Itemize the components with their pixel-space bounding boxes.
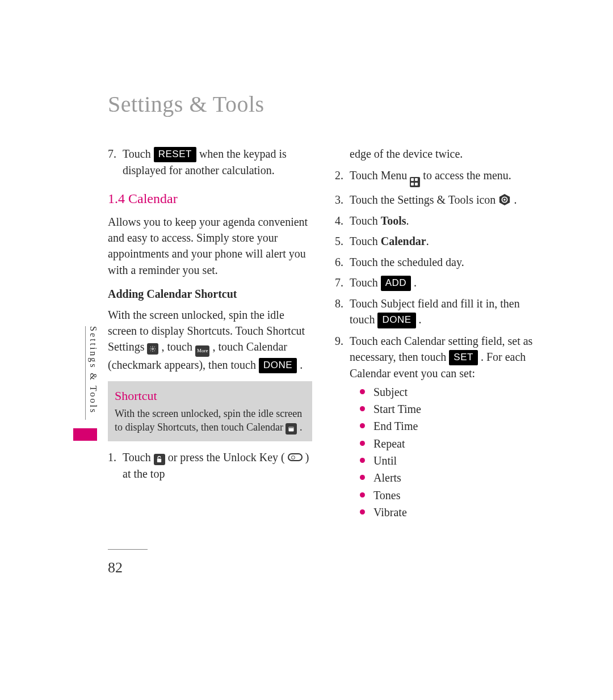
manual-page: Settings & Tools Settings & Tools 7. Tou… bbox=[0, 0, 613, 700]
text: With the screen unlocked, spin the idle … bbox=[115, 408, 302, 433]
svg-point-6 bbox=[504, 199, 506, 201]
step-number: 2. bbox=[335, 167, 350, 187]
adding-shortcut-body: With the screen unlocked, spin the idle … bbox=[108, 307, 312, 373]
step-number: 8. bbox=[335, 296, 350, 328]
text: Touch Menu bbox=[350, 169, 410, 182]
step-number: 9. bbox=[335, 333, 350, 522]
calendar-intro: Allows you to keep your agenda convenien… bbox=[108, 214, 312, 279]
list-item: Vibrate bbox=[360, 504, 539, 520]
shortcut-callout: Shortcut With the screen unlocked, spin … bbox=[108, 381, 312, 442]
text: , touch bbox=[161, 340, 195, 353]
text: . bbox=[419, 313, 422, 326]
bold-tools: Tools bbox=[381, 214, 406, 227]
text: Touch the scheduled day. bbox=[350, 254, 539, 270]
step-4-tools: 4. Touch Tools. bbox=[335, 213, 539, 229]
add-button-label: ADD bbox=[381, 276, 411, 291]
list-item: End Time bbox=[360, 418, 539, 434]
done-button-label: DONE bbox=[377, 313, 415, 328]
done-button-label: DONE bbox=[259, 358, 297, 373]
text: Touch bbox=[350, 276, 381, 289]
set-button-label: SET bbox=[449, 350, 478, 365]
text: . bbox=[514, 193, 517, 206]
step-8-subject: 8. Touch Subject field and fill it in, t… bbox=[335, 296, 539, 328]
list-item: Until bbox=[360, 453, 539, 469]
list-item: Repeat bbox=[360, 436, 539, 452]
text: or press the Unlock Key ( bbox=[168, 451, 288, 463]
calendar-icon bbox=[285, 423, 297, 435]
adding-shortcut-heading: Adding Calendar Shortcut bbox=[108, 286, 312, 302]
list-item: Tones bbox=[360, 487, 539, 503]
right-column: edge of the device twice. 2. Touch Menu … bbox=[335, 146, 539, 526]
step-1-cont: edge of the device twice. bbox=[335, 146, 539, 162]
side-tab-accent bbox=[73, 428, 97, 441]
event-fields-list: Subject Start Time End Time Repeat Until… bbox=[350, 384, 539, 521]
page-number: 82 bbox=[108, 559, 123, 576]
text: . bbox=[406, 214, 409, 227]
text: Touch bbox=[350, 235, 381, 247]
step-number: 4. bbox=[335, 213, 350, 229]
step-number: 7. bbox=[335, 275, 350, 291]
list-item: Start Time bbox=[360, 401, 539, 417]
step-3-settings-icon: 3. Touch the Settings & Tools icon . bbox=[335, 192, 539, 208]
svg-point-0 bbox=[152, 348, 154, 350]
step-7-reset: 7. Touch RESET when the keypad is displa… bbox=[108, 146, 312, 179]
step-7-add: 7. Touch ADD . bbox=[335, 275, 539, 291]
text: Touch bbox=[123, 147, 154, 160]
text: to access the menu. bbox=[423, 169, 511, 182]
step-5-calendar: 5. Touch Calendar. bbox=[335, 233, 539, 249]
list-item: Subject bbox=[360, 384, 539, 400]
svg-rect-3 bbox=[157, 459, 161, 462]
step-number: 5. bbox=[335, 233, 350, 249]
text: Touch bbox=[123, 451, 154, 463]
text: . bbox=[300, 359, 303, 371]
text: Touch the Settings & Tools icon bbox=[350, 193, 498, 206]
step-6-day: 6. Touch the scheduled day. bbox=[335, 254, 539, 270]
reset-button-label: RESET bbox=[154, 147, 196, 162]
step-1-unlock: 1. Touch or press the Unlock Key ( ) at … bbox=[108, 449, 312, 482]
unlock-key-icon bbox=[288, 453, 303, 461]
text: . bbox=[426, 235, 429, 247]
text: . bbox=[300, 421, 303, 433]
step-number: 1. bbox=[108, 449, 123, 482]
content-columns: 7. Touch RESET when the keypad is displa… bbox=[108, 146, 539, 526]
bold-calendar: Calendar bbox=[381, 235, 426, 247]
more-icon: More bbox=[195, 345, 210, 357]
step-number: 3. bbox=[335, 192, 350, 208]
menu-grid-icon bbox=[410, 177, 420, 187]
step-number: 7. bbox=[108, 146, 123, 179]
side-tab-label: Settings & Tools bbox=[85, 326, 98, 420]
gear-icon bbox=[147, 343, 158, 355]
text: Touch Subject field and fill it in, then… bbox=[350, 297, 520, 326]
step-number: 6. bbox=[335, 254, 350, 270]
step-2-menu: 2. Touch Menu to access the menu. bbox=[335, 167, 539, 187]
shortcut-body: With the screen unlocked, spin the idle … bbox=[115, 407, 305, 435]
footer-rule bbox=[108, 549, 148, 550]
shortcut-title: Shortcut bbox=[115, 387, 305, 404]
text: . bbox=[414, 276, 417, 289]
section-heading-calendar: 1.4 Calendar bbox=[108, 189, 312, 208]
svg-rect-2 bbox=[289, 427, 294, 429]
page-title: Settings & Tools bbox=[108, 91, 539, 117]
list-item: Alerts bbox=[360, 470, 539, 486]
left-column: 7. Touch RESET when the keypad is displa… bbox=[108, 146, 312, 526]
step-9-set: 9. Touch each Calendar setting field, se… bbox=[335, 333, 539, 522]
text: Touch bbox=[350, 214, 381, 227]
unlock-icon bbox=[154, 454, 165, 465]
settings-tools-icon bbox=[498, 193, 511, 206]
